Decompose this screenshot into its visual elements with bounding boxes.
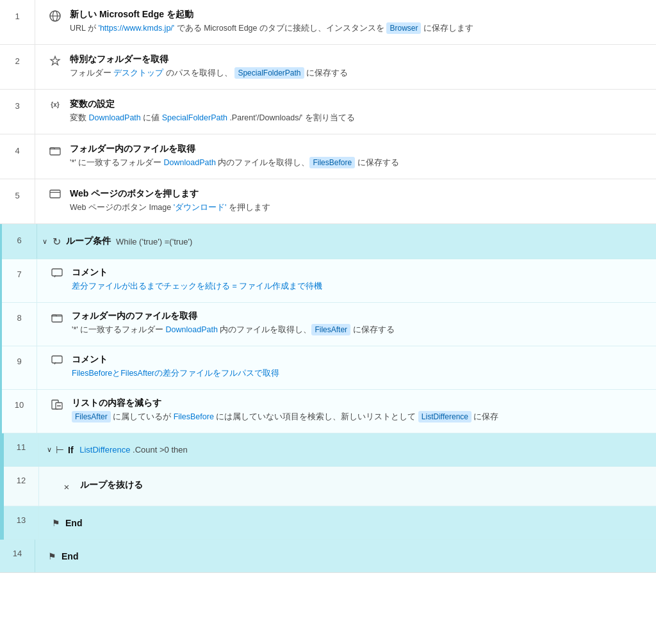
- filesbefore-pill: FilesBefore: [309, 157, 355, 168]
- inner2-step-12: 12 × ループを抜ける: [4, 467, 656, 506]
- loop-block-6: 6 ∨ ↻ ループ条件 While ('true') =('true') 7 コ…: [0, 224, 656, 540]
- comment-icon-7: [50, 268, 64, 281]
- step-content-10: リストの内容を減らす FilesAfter に属しているが FilesBefor…: [37, 390, 656, 433]
- if-chevron-icon: ∨: [47, 446, 52, 454]
- step-number-3: 3: [0, 90, 35, 134]
- inner-step-10: 10 リストの内容を減らす FilesAfter に属しているが FilesBe…: [2, 390, 656, 433]
- step-desc-2: フォルダー デスクトップ のパスを取得し、 SpecialFolderPath …: [70, 67, 646, 79]
- step-content-3: {x} 変数の設定 変数 DownloadPath に値 SpecialFold…: [35, 90, 656, 134]
- filesafter-pill-10: FilesAfter: [72, 411, 111, 423]
- svg-rect-7: [52, 269, 62, 276]
- chevron-down-icon: ∨: [42, 237, 47, 246]
- downloadpath-tag-8: DownloadPath: [166, 325, 218, 334]
- svg-rect-9: [52, 356, 62, 363]
- step-number-5: 5: [0, 179, 35, 223]
- step-desc-9: FilesBeforeとFilesAfterの差分ファイルをフルパスで取得: [72, 367, 646, 380]
- step-desc-3: 変数 DownloadPath に値 SpecialFolderPath .Pa…: [70, 112, 646, 124]
- outer-end-label: End: [62, 551, 78, 561]
- downloadpath-tag-4: DownloadPath: [164, 158, 216, 167]
- browser-pill: Browser: [386, 22, 421, 34]
- web-button-icon: [48, 189, 62, 201]
- step-desc-10: FilesAfter に属しているが FilesBefore には属していない項…: [72, 411, 646, 423]
- inner-step-9: 9 コメント FilesBeforeとFilesAfterの差分ファイルをフルパ…: [2, 346, 656, 390]
- globe-icon: [48, 10, 62, 24]
- comment-text-7: 差分ファイルが出るまでチェックを続ける = ファイル作成まで待機: [72, 282, 322, 291]
- step-title-2: 特別なフォルダーを取得: [70, 54, 646, 65]
- step-text-7: コメント 差分ファイルが出るまでチェックを続ける = ファイル作成まで待機: [72, 267, 646, 293]
- if-end-content-13: ⚑ End: [39, 510, 92, 536]
- desktop-tag: デスクトップ: [113, 68, 163, 77]
- step-desc-1: URL が 'https://www.kmds.jp/' である Microso…: [70, 22, 646, 35]
- break-loop-icon: ×: [60, 481, 74, 492]
- if-condition: ListDifference .Count >0 then: [78, 445, 188, 455]
- filesafter-pill: FilesAfter: [311, 324, 350, 335]
- step-title-4: フォルダー内のファイルを取得: [70, 143, 646, 155]
- specialfolderpath-tag: SpecialFolderPath: [162, 113, 227, 122]
- step-content-8: フォルダー内のファイルを取得 '*' に一致するフォルダー DownloadPa…: [37, 303, 656, 346]
- step-title-3: 変数の設定: [70, 99, 646, 110]
- step-content-12: × ループを抜ける: [39, 467, 656, 506]
- step-title-1: 新しい Microsoft Edge を起動: [70, 9, 646, 20]
- step-desc-8: '*' に一致するフォルダー DownloadPath 内のファイルを取得し、F…: [72, 324, 646, 336]
- step-text-1: 新しい Microsoft Edge を起動 URL が 'https://ww…: [70, 9, 646, 35]
- step-number-12: 12: [4, 467, 39, 506]
- step-number-14: 14: [0, 540, 35, 572]
- if-header-content-11: ∨ ⊢ If ListDifference .Count >0 then: [39, 433, 656, 466]
- if-title: If: [68, 445, 74, 455]
- step-number-9: 9: [2, 346, 37, 389]
- var-icon: {x}: [48, 101, 62, 108]
- step-title-10: リストの内容を減らす: [72, 398, 646, 409]
- flag-icon-14: ⚑: [48, 551, 56, 561]
- step-desc-5: Web ページのボタン Image 'ダウンロード' を押します: [70, 202, 646, 214]
- if-end-row-13: 13 ⚑ End: [4, 506, 656, 540]
- step-number-4: 4: [0, 134, 35, 179]
- step-content-4: フォルダー内のファイルを取得 '*' に一致するフォルダー DownloadPa…: [35, 134, 656, 179]
- list-subtract-icon: [50, 399, 64, 413]
- step-text-9: コメント FilesBeforeとFilesAfterの差分ファイルをフルパスで…: [72, 354, 646, 380]
- step-number-10: 10: [2, 390, 37, 433]
- listdifference-pill: ListDifference: [418, 411, 472, 423]
- step-content-1: 新しい Microsoft Edge を起動 URL が 'https://ww…: [35, 0, 656, 44]
- step-1: 1 新しい Microsoft Edge を起動 URL が 'https://…: [0, 0, 656, 45]
- inner-step-8: 8 フォルダー内のファイルを取得 '*' に一致するフォルダー Download…: [2, 303, 656, 346]
- comment-icon-9: [50, 355, 64, 368]
- step-desc-7: 差分ファイルが出るまでチェックを続ける = ファイル作成まで待機: [72, 280, 646, 293]
- inner-step-7: 7 コメント 差分ファイルが出るまでチェックを続ける = ファイル作成まで待機: [2, 259, 656, 303]
- loop-header-content-6: ∨ ↻ ループ条件 While ('true') =('true'): [37, 224, 656, 259]
- step-number-11: 11: [4, 433, 39, 466]
- folder-icon: [48, 145, 62, 159]
- if-end-label: End: [65, 518, 82, 528]
- step-title-5: Web ページのボタンを押します: [70, 188, 646, 200]
- if-header-11: 11 ∨ ⊢ If ListDifference .Count >0 then: [4, 433, 656, 467]
- step-2: 2 特別なフォルダーを取得 フォルダー デスクトップ のパスを取得し、 Spec…: [0, 45, 656, 90]
- loop-header-6: 6 ∨ ↻ ループ条件 While ('true') =('true'): [2, 224, 656, 259]
- if-block-11: 11 ∨ ⊢ If ListDifference .Count >0 then …: [2, 433, 656, 540]
- download-tag: 'ダウンロード': [174, 203, 227, 212]
- flow-container: 1 新しい Microsoft Edge を起動 URL が 'https://…: [0, 0, 656, 644]
- loop-title: ループ条件: [66, 236, 111, 247]
- outer-end-row-14: 14 ⚑ End: [0, 540, 656, 573]
- step-content-2: 特別なフォルダーを取得 フォルダー デスクトップ のパスを取得し、 Specia…: [35, 45, 656, 89]
- step-text-4: フォルダー内のファイルを取得 '*' に一致するフォルダー DownloadPa…: [70, 143, 646, 169]
- step-number-7: 7: [2, 259, 37, 302]
- step-title-12: ループを抜ける: [80, 479, 143, 491]
- step-title-7: コメント: [72, 267, 646, 278]
- step-text-10: リストの内容を減らす FilesAfter に属しているが FilesBefor…: [72, 398, 646, 423]
- star-icon: [48, 55, 62, 69]
- svg-marker-3: [51, 56, 60, 65]
- listdiff-cond-tag: ListDifference: [79, 445, 130, 455]
- step-number-2: 2: [0, 45, 35, 89]
- step-5: 5 Web ページのボタンを押します Web ページのボタン Image 'ダウ…: [0, 179, 656, 224]
- url-tag: 'https://www.kmds.jp/': [99, 24, 175, 33]
- step-content-7: コメント 差分ファイルが出るまでチェックを続ける = ファイル作成まで待機: [37, 259, 656, 302]
- downloadpath-tag: DownloadPath: [88, 113, 140, 122]
- filesbefore-tag-10: FilesBefore: [174, 412, 214, 421]
- step-text-8: フォルダー内のファイルを取得 '*' に一致するフォルダー DownloadPa…: [72, 310, 646, 336]
- step-content-5: Web ページのボタンを押します Web ページのボタン Image 'ダウンロ…: [35, 179, 656, 223]
- step-number-1: 1: [0, 0, 35, 44]
- step-content-9: コメント FilesBeforeとFilesAfterの差分ファイルをフルパスで…: [37, 346, 656, 389]
- step-4: 4 フォルダー内のファイルを取得 '*' に一致するフォルダー Download…: [0, 134, 656, 179]
- step-text-5: Web ページのボタンを押します Web ページのボタン Image 'ダウンロ…: [70, 188, 646, 214]
- step-3: 3 {x} 変数の設定 変数 DownloadPath に値 SpecialFo…: [0, 90, 656, 134]
- step-title-8: フォルダー内のファイルを取得: [72, 310, 646, 322]
